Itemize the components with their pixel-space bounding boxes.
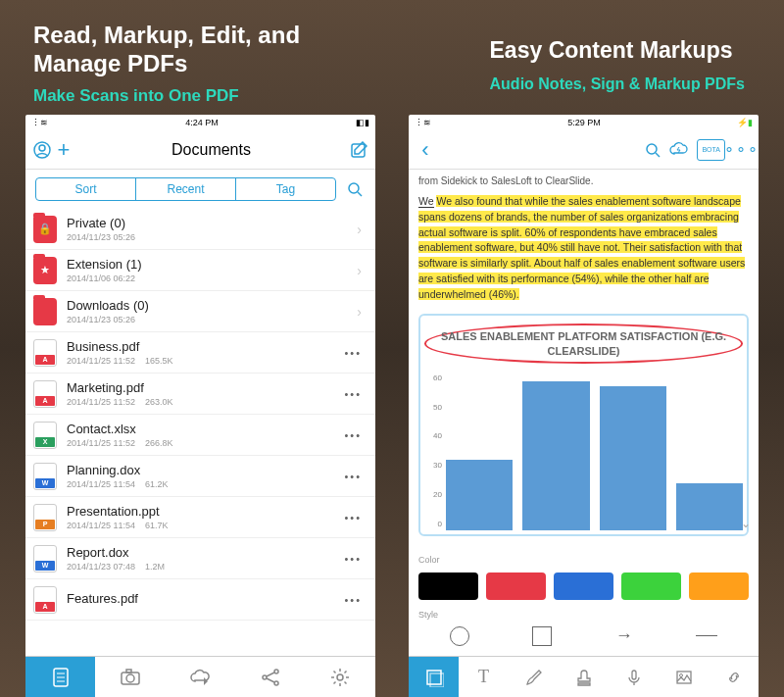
tool-text[interactable]: T bbox=[459, 657, 509, 697]
segment-sort[interactable]: Sort bbox=[36, 178, 136, 200]
tool-highlight[interactable] bbox=[409, 657, 459, 697]
svg-rect-20 bbox=[427, 671, 441, 684]
list-item[interactable]: PPresentation.ppt2014/11/25 11:5461.7K••… bbox=[25, 497, 375, 538]
tool-bar: T bbox=[409, 656, 759, 697]
bar-2 bbox=[522, 381, 589, 530]
shape-square[interactable] bbox=[532, 626, 552, 646]
search-icon[interactable] bbox=[642, 139, 663, 161]
battery-icon: ◧▮ bbox=[356, 118, 369, 127]
file-list[interactable]: 🔒Private (0)2014/11/23 05:26›★Extension … bbox=[25, 209, 375, 656]
profile-icon[interactable] bbox=[31, 139, 53, 161]
more-icon[interactable]: ••• bbox=[340, 388, 366, 400]
svg-point-14 bbox=[274, 681, 278, 685]
svg-point-10 bbox=[126, 674, 134, 682]
folder-icon: ★ bbox=[33, 257, 57, 284]
document-view[interactable]: from Sidekick to SalesLoft to ClearSlide… bbox=[409, 170, 759, 553]
tool-pen[interactable] bbox=[509, 657, 559, 697]
add-button[interactable]: + bbox=[53, 139, 74, 161]
style-picker: → bbox=[409, 620, 759, 656]
list-item[interactable]: AMarketing.pdf2014/11/25 11:52263.0K••• bbox=[25, 373, 375, 415]
svg-point-12 bbox=[263, 675, 267, 679]
list-item[interactable]: AFeatures.pdf••• bbox=[25, 579, 375, 621]
tool-image[interactable] bbox=[659, 657, 709, 697]
svg-point-17 bbox=[337, 674, 343, 680]
file-icon: W bbox=[33, 545, 57, 573]
segment-tag[interactable]: Tag bbox=[236, 178, 335, 200]
tab-share[interactable] bbox=[235, 657, 305, 697]
color-swatch[interactable] bbox=[554, 573, 613, 600]
nav-bar: + Documents bbox=[25, 130, 375, 170]
list-item[interactable]: 🔒Private (0)2014/11/23 05:26› bbox=[25, 209, 375, 250]
bar-4 bbox=[676, 483, 743, 530]
tab-settings[interactable] bbox=[306, 657, 375, 697]
more-icon[interactable]: ••• bbox=[340, 471, 366, 482]
right-subtitle: Audio Notes, Sign & Markup PDFs bbox=[490, 75, 745, 93]
tab-documents[interactable] bbox=[25, 657, 95, 697]
chevron-right-icon[interactable]: › bbox=[353, 263, 366, 278]
color-section-label: Color bbox=[409, 553, 759, 565]
tool-audio[interactable] bbox=[609, 657, 659, 697]
shape-arrow[interactable]: → bbox=[615, 625, 633, 646]
back-button[interactable]: ‹ bbox=[415, 139, 436, 161]
list-item[interactable]: WReport.dox2014/11/23 07:481.2M••• bbox=[25, 538, 375, 579]
bar-1 bbox=[446, 460, 513, 530]
nav-bar: ‹ BOTA ∘∘∘ bbox=[409, 130, 759, 170]
more-icon[interactable]: ••• bbox=[340, 512, 366, 523]
svg-line-4 bbox=[358, 192, 362, 196]
more-icon[interactable]: ••• bbox=[340, 347, 366, 359]
item-meta: 2014/11/25 11:52165.5K bbox=[67, 356, 340, 366]
nav-title: Documents bbox=[74, 141, 348, 159]
tab-bar bbox=[25, 656, 375, 697]
color-swatch[interactable] bbox=[621, 573, 681, 600]
item-meta: 2014/11/23 07:481.2M bbox=[67, 562, 340, 572]
item-name: Contact.xlsx bbox=[67, 422, 340, 436]
chart-card: SALES ENABLEMENT PLATFORM SATISFACTION (… bbox=[418, 314, 749, 536]
filter-row: Sort Recent Tag bbox=[25, 170, 375, 209]
phone-documents: ⋮≋ 4:24 PM ◧▮ + Documents Sort Recent Ta… bbox=[25, 115, 375, 697]
item-name: Downloads (0) bbox=[67, 298, 353, 313]
item-name: Presentation.ppt bbox=[67, 504, 340, 519]
item-name: Extension (1) bbox=[67, 257, 353, 272]
list-item[interactable]: Downloads (0)2014/11/23 05:26› bbox=[25, 291, 375, 332]
segment-recent[interactable]: Recent bbox=[136, 178, 236, 200]
item-name: Planning.dox bbox=[67, 463, 340, 477]
svg-line-16 bbox=[267, 678, 274, 682]
tab-cloud[interactable] bbox=[166, 657, 235, 697]
tab-camera[interactable] bbox=[95, 657, 165, 697]
list-item[interactable]: ABusiness.pdf2014/11/25 11:52165.5K••• bbox=[25, 332, 375, 373]
file-icon: X bbox=[33, 422, 57, 449]
compose-icon[interactable] bbox=[348, 139, 369, 161]
file-icon: A bbox=[33, 339, 57, 367]
color-picker bbox=[409, 565, 759, 608]
color-swatch[interactable] bbox=[418, 573, 478, 600]
bota-button[interactable]: BOTA bbox=[697, 139, 725, 161]
item-meta: 2014/11/25 11:5461.7K bbox=[67, 521, 340, 530]
right-title: Easy Content Markups bbox=[490, 37, 745, 64]
chevron-down-icon[interactable]: ⌄ bbox=[741, 517, 751, 530]
shape-circle[interactable] bbox=[450, 626, 469, 646]
shape-line[interactable] bbox=[696, 635, 717, 636]
cloud-sync-icon[interactable] bbox=[669, 139, 691, 161]
list-item[interactable]: XContact.xlsx2014/11/25 11:52266.8K••• bbox=[25, 415, 375, 456]
tool-stamp[interactable] bbox=[559, 657, 609, 697]
color-swatch[interactable] bbox=[486, 573, 546, 600]
tool-link[interactable] bbox=[709, 657, 759, 697]
list-item[interactable]: ★Extension (1)2014/11/06 06:22› bbox=[25, 250, 375, 291]
color-swatch[interactable] bbox=[689, 573, 749, 600]
search-icon[interactable] bbox=[344, 178, 366, 200]
promo-heading-right: Easy Content Markups Audio Notes, Sign &… bbox=[490, 37, 745, 93]
more-icon[interactable]: ∘∘∘ bbox=[731, 139, 753, 161]
more-icon[interactable]: ••• bbox=[340, 553, 366, 565]
more-icon[interactable]: ••• bbox=[340, 429, 366, 441]
bar-chart: 60504030200 ⌄ bbox=[424, 373, 743, 530]
battery-icon: ⚡▮ bbox=[737, 118, 753, 127]
more-icon[interactable]: ••• bbox=[340, 594, 366, 606]
chevron-right-icon[interactable]: › bbox=[353, 222, 366, 237]
list-item[interactable]: WPlanning.dox2014/11/25 11:5461.2K••• bbox=[25, 456, 375, 497]
file-icon: A bbox=[33, 586, 57, 614]
wifi-icon: ⋮≋ bbox=[415, 118, 431, 127]
chevron-right-icon[interactable]: › bbox=[353, 304, 366, 320]
svg-rect-21 bbox=[430, 673, 444, 687]
wifi-icon: ⋮≋ bbox=[31, 118, 48, 127]
segment-control[interactable]: Sort Recent Tag bbox=[35, 177, 336, 201]
